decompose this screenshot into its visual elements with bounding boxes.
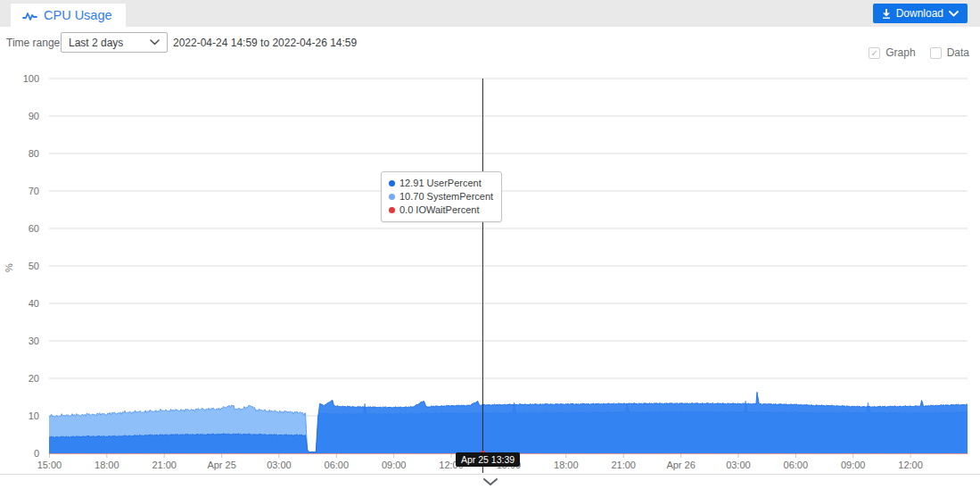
svg-text:40: 40 bbox=[29, 298, 39, 309]
svg-text:06:00: 06:00 bbox=[325, 460, 350, 470]
collapse-panel-button[interactable] bbox=[482, 476, 499, 486]
crosshair-time-label: Apr 25 13:39 bbox=[456, 452, 520, 467]
svg-text:10: 10 bbox=[29, 410, 39, 421]
tooltip-item: 10.70 SystemPercent bbox=[389, 190, 493, 203]
svg-text:18:00: 18:00 bbox=[554, 460, 579, 470]
svg-text:30: 30 bbox=[29, 336, 39, 346]
chart-hover-tooltip: 12.91 UserPercent10.70 SystemPercent0.0 … bbox=[381, 171, 502, 222]
svg-text:20: 20 bbox=[29, 373, 39, 384]
svg-text:12:00: 12:00 bbox=[898, 460, 923, 470]
svg-text:0: 0 bbox=[34, 448, 39, 459]
tooltip-item: 0.0 IOWaitPercent bbox=[389, 203, 493, 217]
series-color-dot bbox=[389, 180, 395, 186]
svg-text:21:00: 21:00 bbox=[611, 460, 636, 470]
svg-text:60: 60 bbox=[29, 223, 39, 234]
svg-text:15:00: 15:00 bbox=[37, 460, 62, 470]
svg-text:21:00: 21:00 bbox=[152, 460, 177, 470]
svg-text:06:00: 06:00 bbox=[784, 460, 809, 470]
svg-text:50: 50 bbox=[29, 261, 39, 271]
svg-text:%: % bbox=[4, 263, 14, 272]
svg-text:90: 90 bbox=[29, 111, 39, 121]
svg-text:03:00: 03:00 bbox=[726, 460, 751, 470]
svg-text:03:00: 03:00 bbox=[267, 460, 292, 470]
bottom-divider bbox=[0, 474, 980, 475]
series-color-dot bbox=[389, 207, 395, 213]
cpu-usage-page: CPU Usage Download Time range: Last 2 da… bbox=[0, 0, 980, 489]
tooltip-item: 12.91 UserPercent bbox=[389, 177, 493, 190]
svg-text:09:00: 09:00 bbox=[382, 460, 407, 470]
series-color-dot bbox=[389, 194, 395, 200]
svg-text:80: 80 bbox=[29, 148, 39, 159]
svg-text:100: 100 bbox=[23, 73, 39, 84]
svg-text:Apr 26: Apr 26 bbox=[666, 460, 695, 470]
svg-text:70: 70 bbox=[29, 186, 39, 196]
svg-text:09:00: 09:00 bbox=[841, 460, 866, 470]
cpu-usage-chart[interactable]: 0102030405060708090100%15:0018:0021:00Ap… bbox=[0, 0, 980, 489]
chevron-down-icon bbox=[482, 477, 498, 486]
svg-text:Apr 25: Apr 25 bbox=[207, 460, 235, 470]
svg-text:18:00: 18:00 bbox=[95, 460, 119, 470]
